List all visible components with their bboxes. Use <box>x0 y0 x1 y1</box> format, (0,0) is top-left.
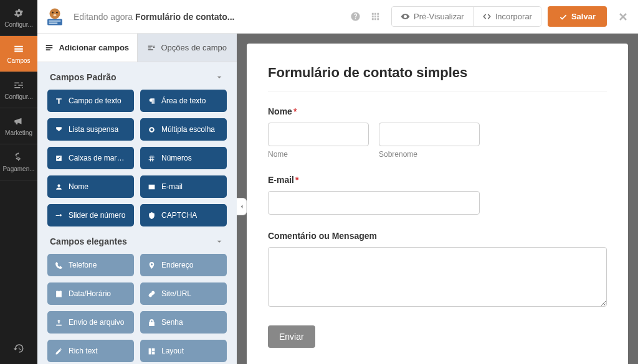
field-chip-dropdown[interactable]: Lista suspensa <box>47 118 134 141</box>
rail-item-gear[interactable]: Configur... <box>0 0 37 36</box>
field-chip-layout[interactable]: Layout <box>140 340 227 362</box>
field-name[interactable]: Nome* Nome Sobrenome <box>268 106 607 159</box>
chip-label: Endereço <box>161 261 193 269</box>
fields-panel: Adicionar campos Opções de campo Campos … <box>37 34 237 364</box>
svg-rect-6 <box>49 22 58 24</box>
history-button[interactable] <box>0 333 37 364</box>
top-toolbar: Editando agora Formulário de contato... … <box>37 0 638 34</box>
first-sublabel: Nome <box>268 150 369 159</box>
rail-label: Campos <box>7 57 30 64</box>
svg-rect-4 <box>47 19 62 25</box>
chip-label: Lista suspensa <box>69 125 118 134</box>
chip-label: Área de texto <box>161 96 206 105</box>
collapse-panel-button[interactable] <box>237 198 247 215</box>
chip-label: Nome <box>69 182 88 191</box>
embed-label: Incorporar <box>495 12 532 21</box>
preview-label: Pré-Visualizar <box>414 12 464 21</box>
chip-label: Números <box>161 154 192 162</box>
grid-icon[interactable] <box>366 8 384 26</box>
field-chip-radio[interactable]: Múltipla escolha <box>140 118 227 141</box>
rail-label: Configur... <box>4 21 33 28</box>
divider <box>268 91 607 91</box>
first-name-input[interactable] <box>268 123 369 146</box>
field-chip-upload[interactable]: Envio de arquivo <box>47 311 134 334</box>
last-name-input[interactable] <box>379 123 480 146</box>
svg-rect-5 <box>49 20 61 21</box>
field-chip-pencil[interactable]: Rich text <box>47 340 134 362</box>
chip-label: Caixas de marcaç... <box>69 154 126 162</box>
field-chip-link[interactable]: Site/URL <box>140 282 227 305</box>
chip-label: Senha <box>161 318 183 327</box>
rail-item-sliders[interactable]: Configur... <box>0 72 37 108</box>
field-chip-hash[interactable]: Números <box>140 147 227 169</box>
field-chip-text[interactable]: Campo de texto <box>47 90 134 112</box>
tab-add-label: Adicionar campos <box>59 43 129 52</box>
last-sublabel: Sobrenome <box>379 150 480 159</box>
field-message[interactable]: Comentário ou Mensagem <box>268 231 607 309</box>
chip-label: CAPTCHA <box>161 211 197 220</box>
logo-icon <box>44 6 66 28</box>
field-chip-lock[interactable]: Senha <box>140 311 227 334</box>
save-button[interactable]: Salvar <box>548 6 607 27</box>
chip-label: Data/Horário <box>69 289 111 298</box>
preview-title: Formulário de contato simples <box>268 65 607 81</box>
email-label: E-mail* <box>268 175 607 185</box>
rail-item-dollar[interactable]: Pagamen... <box>0 144 37 180</box>
chip-label: Slider de número <box>69 211 125 220</box>
preview-button[interactable]: Pré-Visualizar <box>392 7 473 26</box>
field-chip-mail[interactable]: E-mail <box>140 175 227 198</box>
tab-options-label: Opções de campo <box>161 43 227 52</box>
rail-item-list[interactable]: Campos <box>0 36 37 72</box>
form-preview-area: Formulário de contato simples Nome* Nome… <box>237 34 638 364</box>
field-email[interactable]: E-mail* <box>268 175 607 215</box>
svg-point-3 <box>53 14 56 16</box>
chip-label: Layout <box>161 347 184 355</box>
chip-label: Múltipla escolha <box>161 125 215 134</box>
field-chip-user[interactable]: Nome <box>47 175 134 198</box>
name-label: Nome* <box>268 106 607 116</box>
section-head[interactable]: Campos Padrão <box>37 62 237 90</box>
field-chip-phone[interactable]: Telefone <box>47 254 134 276</box>
section-head[interactable]: Campos elegantes <box>37 226 237 254</box>
chip-label: Site/URL <box>161 289 191 298</box>
rail-item-bullhorn[interactable]: Marketing <box>0 108 37 144</box>
svg-point-1 <box>52 11 54 13</box>
tab-field-options[interactable]: Opções de campo <box>137 34 237 62</box>
chip-label: Campo de texto <box>69 96 121 105</box>
chip-label: Rich text <box>69 347 98 355</box>
rail-label: Marketing <box>5 129 32 136</box>
svg-point-0 <box>50 8 60 19</box>
save-label: Salvar <box>571 12 596 21</box>
chip-label: Envio de arquivo <box>69 318 124 327</box>
chip-label: E-mail <box>161 182 183 191</box>
embed-button[interactable]: Incorporar <box>473 7 541 26</box>
help-icon[interactable] <box>346 8 364 26</box>
rail-label: Pagamen... <box>2 166 34 172</box>
message-textarea[interactable] <box>268 247 607 307</box>
field-chip-calendar[interactable]: Data/Horário <box>47 282 134 305</box>
chip-label: Telefone <box>69 261 97 269</box>
field-chip-captcha[interactable]: CAPTCHA <box>140 204 227 226</box>
email-input[interactable] <box>268 191 480 215</box>
tab-add-fields[interactable]: Adicionar campos <box>37 34 137 62</box>
svg-point-2 <box>56 11 58 13</box>
submit-button[interactable]: Enviar <box>268 325 315 348</box>
form-name[interactable]: Formulário de contato... <box>135 12 234 22</box>
field-chip-pin[interactable]: Endereço <box>140 254 227 276</box>
field-chip-slider[interactable]: Slider de número <box>47 204 134 226</box>
nav-rail: Configur...CamposConfigur...MarketingPag… <box>0 0 37 364</box>
close-button[interactable] <box>617 11 629 23</box>
rail-label: Configur... <box>4 93 33 100</box>
field-chip-check[interactable]: Caixas de marcaç... <box>47 147 134 169</box>
message-label: Comentário ou Mensagem <box>268 231 607 241</box>
editing-label: Editando agora <box>74 12 133 22</box>
field-chip-paragraph[interactable]: Área de texto <box>140 90 227 112</box>
